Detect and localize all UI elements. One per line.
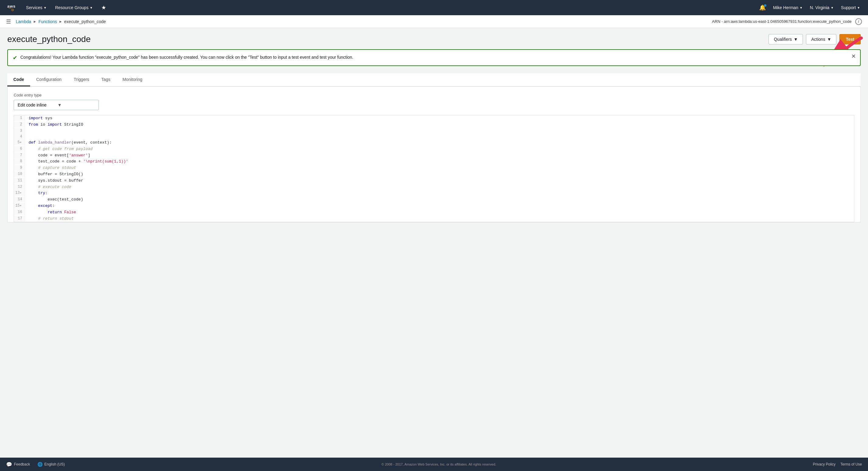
tab-code[interactable]: Code xyxy=(7,73,30,86)
success-icon: ✔ xyxy=(13,55,17,61)
region-caret: ▼ xyxy=(831,6,834,9)
breadcrumb-sep-2: ► xyxy=(59,20,62,24)
code-line-12: 12 # execute code xyxy=(14,184,854,190)
code-line-5: 5▾ def lambda_handler(event, context): xyxy=(14,140,854,146)
code-line-8: 8 test_code = code + '\nprint(sum(1,1))' xyxy=(14,158,854,165)
close-banner-button[interactable]: ✕ xyxy=(851,54,856,59)
code-entry-type-select[interactable]: Edit code inline ▼ xyxy=(14,100,99,110)
breadcrumb: Lambda ► Functions ► execute_python_code xyxy=(16,19,106,24)
breadcrumb-sep-1: ► xyxy=(33,20,37,24)
tab-monitoring[interactable]: Monitoring xyxy=(117,73,148,86)
footer-links: Privacy Policy Terms of Use xyxy=(813,462,862,466)
page-header: execute_python_code Qualifiers ▼ Actions… xyxy=(7,34,861,45)
support-caret: ▼ xyxy=(857,6,860,9)
language-selector[interactable]: 🌐 English (US) xyxy=(37,462,65,467)
breadcrumb-lambda[interactable]: Lambda xyxy=(16,19,31,24)
terms-of-use-link[interactable]: Terms of Use xyxy=(840,462,862,466)
services-nav[interactable]: Services ▼ xyxy=(23,3,50,12)
tabs-bar: Code Configuration Triggers Tags Monitor… xyxy=(7,73,861,86)
code-line-3: 3 xyxy=(14,128,854,134)
globe-icon: 🌐 xyxy=(37,462,42,467)
arn-text: ARN - arn:aws:lambda:us-east-1:046505967… xyxy=(712,19,851,24)
code-line-1: 1 import sys xyxy=(14,115,854,122)
aws-logo[interactable]: aws ⁀⏣ xyxy=(5,3,18,13)
tab-tags[interactable]: Tags xyxy=(95,73,117,86)
test-button[interactable]: Test xyxy=(839,34,861,45)
code-line-4: 4 xyxy=(14,134,854,140)
nav-right-section: 🔔 Mike Herman ▼ N. Virginia ▼ Support ▼ xyxy=(756,2,863,13)
qualifiers-label: Qualifiers xyxy=(774,37,792,42)
hamburger-menu[interactable]: ☰ xyxy=(6,18,11,25)
code-panel: Code entry type Edit code inline ▼ 1 imp… xyxy=(7,86,861,223)
secondary-navigation: ☰ Lambda ► Functions ► execute_python_co… xyxy=(0,15,868,28)
region-menu[interactable]: N. Virginia ▼ xyxy=(807,3,837,12)
code-entry-type-label: Code entry type xyxy=(14,93,854,97)
main-content: execute_python_code Qualifiers ▼ Actions… xyxy=(0,28,868,458)
support-label: Support xyxy=(841,5,856,10)
user-menu[interactable]: Mike Herman ▼ xyxy=(770,3,806,12)
code-line-13: 13▾ try: xyxy=(14,190,854,197)
breadcrumb-current: execute_python_code xyxy=(64,19,106,24)
feedback-label: Feedback xyxy=(14,462,30,466)
code-line-2: 2 from io import StringIO xyxy=(14,122,854,128)
copyright-text: © 2008 - 2017, Amazon Web Services, Inc.… xyxy=(65,463,813,466)
tab-triggers[interactable]: Triggers xyxy=(67,73,95,86)
support-menu[interactable]: Support ▼ xyxy=(838,3,863,12)
code-line-16: 16 return False xyxy=(14,209,854,216)
footer: 💬 Feedback 🌐 English (US) © 2008 - 2017,… xyxy=(0,458,868,471)
success-message: Congratulations! Your Lambda function "e… xyxy=(20,54,353,61)
code-line-10: 10 buffer = StringIO() xyxy=(14,171,854,178)
top-navigation: aws ⁀⏣ Services ▼ Resource Groups ▼ ★ 🔔 … xyxy=(0,0,868,15)
header-actions: Qualifiers ▼ Actions ▼ Test xyxy=(769,34,861,45)
actions-button[interactable]: Actions ▼ xyxy=(806,34,836,45)
chat-icon: 💬 xyxy=(6,462,12,467)
resource-groups-nav[interactable]: Resource Groups ▼ xyxy=(52,3,96,12)
bookmarks-nav[interactable]: ★ xyxy=(98,2,109,13)
code-line-11: 11 sys.stdout = buffer xyxy=(14,178,854,184)
page-title: execute_python_code xyxy=(7,34,769,44)
qualifiers-button[interactable]: Qualifiers ▼ xyxy=(769,34,803,45)
region-label: N. Virginia xyxy=(810,5,829,10)
user-name: Mike Herman xyxy=(773,5,798,10)
code-line-17: 17 # return stdout xyxy=(14,216,854,222)
notifications-bell[interactable]: 🔔 xyxy=(756,2,769,13)
qualifiers-caret: ▼ xyxy=(794,37,798,42)
language-label: English (US) xyxy=(44,462,65,466)
tab-configuration[interactable]: Configuration xyxy=(30,73,67,86)
code-line-9: 9 # capture stdout xyxy=(14,165,854,171)
success-banner: ✔ Congratulations! Your Lambda function … xyxy=(7,49,861,66)
code-line-7: 7 code = event['answer'] xyxy=(14,152,854,159)
select-caret-icon: ▼ xyxy=(58,102,95,108)
services-caret: ▼ xyxy=(43,6,46,9)
notification-dot xyxy=(764,4,767,7)
code-line-15: 15▾ except: xyxy=(14,203,854,209)
actions-label: Actions xyxy=(811,37,825,42)
code-editor[interactable]: 1 import sys 2 from io import StringIO 3… xyxy=(14,115,854,222)
resource-groups-caret: ▼ xyxy=(90,6,93,9)
privacy-policy-link[interactable]: Privacy Policy xyxy=(813,462,836,466)
user-caret: ▼ xyxy=(800,6,803,9)
code-line-14: 14 exec(test_code) xyxy=(14,197,854,203)
breadcrumb-functions[interactable]: Functions xyxy=(38,19,57,24)
resource-groups-label: Resource Groups xyxy=(55,5,89,10)
code-line-6: 6 # get code from payload xyxy=(14,146,854,152)
feedback-button[interactable]: 💬 Feedback xyxy=(6,462,30,467)
actions-caret: ▼ xyxy=(827,37,831,42)
code-entry-type-value: Edit code inline xyxy=(18,102,55,108)
info-icon[interactable]: i xyxy=(855,18,862,25)
services-label: Services xyxy=(26,5,42,10)
